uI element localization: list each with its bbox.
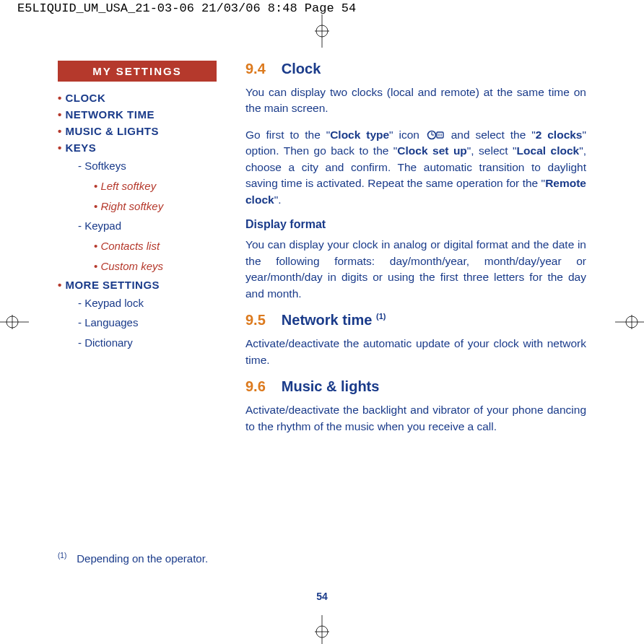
section-title: Network time (1): [282, 312, 386, 328]
heading-music-lights: 9.6Music & lights: [245, 378, 586, 395]
sidebar-item-network-time: NETWORK TIME: [58, 108, 217, 121]
sidebar-item-left-softkey: Left softkey: [58, 178, 217, 194]
footnote-text: Depending on the operator.: [77, 552, 208, 565]
section-title: Music & lights: [282, 378, 380, 394]
subheading-display-format: Display format: [245, 218, 586, 231]
heading-clock: 9.4Clock: [245, 61, 586, 77]
body-text: Activate/deactivate the backlight and vi…: [245, 402, 586, 435]
page-number: 54: [32, 591, 612, 602]
main-content: 9.4Clock You can display two clocks (loc…: [245, 61, 586, 445]
sidebar-item-keypad-lock: Keypad lock: [58, 295, 217, 311]
body-text: Go first to the "Clock type" icon and se…: [245, 127, 586, 208]
sidebar-item-languages: Languages: [58, 315, 217, 331]
body-text: You can display your clock in analog or …: [245, 237, 586, 302]
sidebar: MY SETTINGS CLOCK NETWORK TIME MUSIC & L…: [58, 61, 217, 445]
body-text: You can display two clocks (local and re…: [245, 84, 586, 117]
sidebar-item-dictionary: Dictionary: [58, 335, 217, 351]
crop-mark-icon: [619, 310, 644, 334]
svg-rect-15: [437, 132, 443, 138]
sidebar-item-clock: CLOCK: [58, 92, 217, 104]
sidebar-tab: MY SETTINGS: [58, 61, 217, 82]
section-title: Clock: [282, 61, 321, 77]
sidebar-item-keypad: Keypad: [58, 218, 217, 234]
sidebar-list: CLOCK NETWORK TIME MUSIC & LIGHTS KEYS S…: [58, 92, 217, 351]
body-text: Activate/deactivate the automatic update…: [245, 336, 586, 368]
sidebar-item-more-settings: MORE SETTINGS: [58, 279, 217, 291]
footnote-ref: (1): [376, 313, 386, 321]
sidebar-item-music-lights: MUSIC & LIGHTS: [58, 125, 217, 137]
crop-mark-icon: [0, 310, 25, 334]
section-number: 9.5: [245, 312, 266, 328]
print-header: E5LIQUID_UM_USA_21-03-06 21/03/06 8:48 P…: [0, 1, 644, 15]
sidebar-item-custom-keys: Custom keys: [58, 258, 217, 274]
section-number: 9.6: [245, 378, 266, 394]
sidebar-item-right-softkey: Right softkey: [58, 199, 217, 214]
crop-mark-icon: [310, 619, 334, 644]
section-number: 9.4: [245, 61, 266, 77]
sidebar-item-softkeys: Softkeys: [58, 158, 217, 174]
footnote: (1)Depending on the operator.: [58, 552, 208, 565]
footnote-mark: (1): [58, 552, 66, 560]
sidebar-item-keys: KEYS: [58, 142, 217, 154]
heading-network-time: 9.5Network time (1): [245, 312, 586, 328]
sidebar-item-contacts-list: Contacts list: [58, 238, 217, 254]
clock-type-icon: [425, 129, 445, 141]
